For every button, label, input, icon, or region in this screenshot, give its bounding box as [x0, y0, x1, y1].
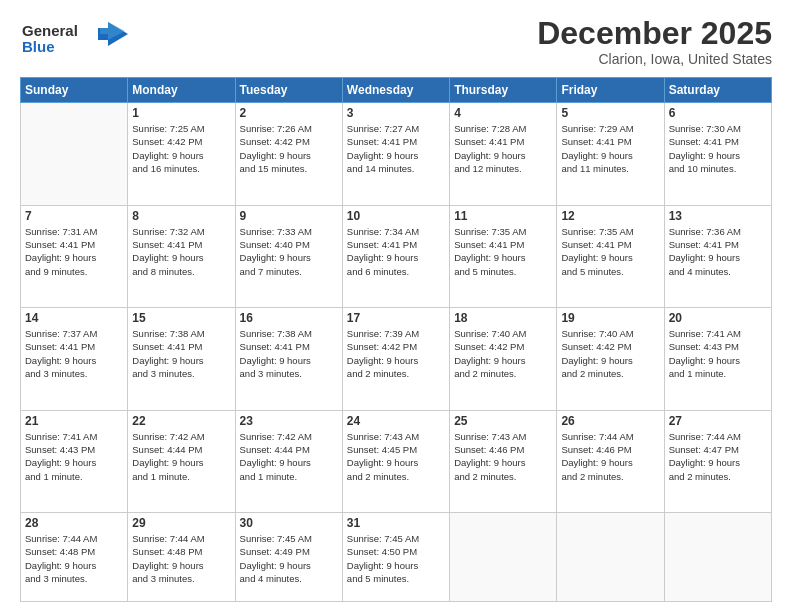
day-info: Sunrise: 7:41 AMSunset: 4:43 PMDaylight:…: [25, 430, 123, 483]
day-number: 26: [561, 414, 659, 428]
calendar-cell: 16Sunrise: 7:38 AMSunset: 4:41 PMDayligh…: [235, 308, 342, 411]
logo-icon: General Blue: [20, 16, 130, 60]
day-number: 14: [25, 311, 123, 325]
calendar-week-row: 21Sunrise: 7:41 AMSunset: 4:43 PMDayligh…: [21, 410, 772, 513]
page: General Blue December 2025 Clarion, Iowa…: [0, 0, 792, 612]
day-number: 16: [240, 311, 338, 325]
calendar-cell: 11Sunrise: 7:35 AMSunset: 4:41 PMDayligh…: [450, 205, 557, 308]
day-of-week-header: Monday: [128, 78, 235, 103]
calendar-cell: 2Sunrise: 7:26 AMSunset: 4:42 PMDaylight…: [235, 103, 342, 206]
calendar-cell: 25Sunrise: 7:43 AMSunset: 4:46 PMDayligh…: [450, 410, 557, 513]
calendar-week-row: 7Sunrise: 7:31 AMSunset: 4:41 PMDaylight…: [21, 205, 772, 308]
svg-text:Blue: Blue: [22, 38, 55, 55]
calendar-cell: 1Sunrise: 7:25 AMSunset: 4:42 PMDaylight…: [128, 103, 235, 206]
calendar-cell: 14Sunrise: 7:37 AMSunset: 4:41 PMDayligh…: [21, 308, 128, 411]
day-number: 5: [561, 106, 659, 120]
calendar-week-row: 14Sunrise: 7:37 AMSunset: 4:41 PMDayligh…: [21, 308, 772, 411]
day-number: 19: [561, 311, 659, 325]
day-info: Sunrise: 7:32 AMSunset: 4:41 PMDaylight:…: [132, 225, 230, 278]
title-block: December 2025 Clarion, Iowa, United Stat…: [537, 16, 772, 67]
day-info: Sunrise: 7:39 AMSunset: 4:42 PMDaylight:…: [347, 327, 445, 380]
calendar-cell: 31Sunrise: 7:45 AMSunset: 4:50 PMDayligh…: [342, 513, 449, 602]
day-info: Sunrise: 7:40 AMSunset: 4:42 PMDaylight:…: [454, 327, 552, 380]
calendar-cell: 19Sunrise: 7:40 AMSunset: 4:42 PMDayligh…: [557, 308, 664, 411]
day-info: Sunrise: 7:35 AMSunset: 4:41 PMDaylight:…: [454, 225, 552, 278]
day-number: 29: [132, 516, 230, 530]
day-of-week-header: Tuesday: [235, 78, 342, 103]
day-of-week-header: Friday: [557, 78, 664, 103]
day-number: 30: [240, 516, 338, 530]
day-of-week-header: Saturday: [664, 78, 771, 103]
calendar-cell: 3Sunrise: 7:27 AMSunset: 4:41 PMDaylight…: [342, 103, 449, 206]
calendar-cell: 30Sunrise: 7:45 AMSunset: 4:49 PMDayligh…: [235, 513, 342, 602]
day-info: Sunrise: 7:42 AMSunset: 4:44 PMDaylight:…: [132, 430, 230, 483]
day-number: 18: [454, 311, 552, 325]
day-number: 8: [132, 209, 230, 223]
calendar-cell: 7Sunrise: 7:31 AMSunset: 4:41 PMDaylight…: [21, 205, 128, 308]
calendar-cell: 10Sunrise: 7:34 AMSunset: 4:41 PMDayligh…: [342, 205, 449, 308]
calendar-cell: [21, 103, 128, 206]
calendar-cell: 4Sunrise: 7:28 AMSunset: 4:41 PMDaylight…: [450, 103, 557, 206]
month-title: December 2025: [537, 16, 772, 51]
calendar-cell: 18Sunrise: 7:40 AMSunset: 4:42 PMDayligh…: [450, 308, 557, 411]
calendar-cell: 26Sunrise: 7:44 AMSunset: 4:46 PMDayligh…: [557, 410, 664, 513]
day-info: Sunrise: 7:44 AMSunset: 4:48 PMDaylight:…: [132, 532, 230, 585]
day-info: Sunrise: 7:43 AMSunset: 4:45 PMDaylight:…: [347, 430, 445, 483]
day-number: 12: [561, 209, 659, 223]
day-info: Sunrise: 7:41 AMSunset: 4:43 PMDaylight:…: [669, 327, 767, 380]
day-info: Sunrise: 7:44 AMSunset: 4:46 PMDaylight:…: [561, 430, 659, 483]
day-info: Sunrise: 7:33 AMSunset: 4:40 PMDaylight:…: [240, 225, 338, 278]
day-info: Sunrise: 7:38 AMSunset: 4:41 PMDaylight:…: [132, 327, 230, 380]
day-info: Sunrise: 7:31 AMSunset: 4:41 PMDaylight:…: [25, 225, 123, 278]
day-info: Sunrise: 7:44 AMSunset: 4:48 PMDaylight:…: [25, 532, 123, 585]
calendar-cell: 12Sunrise: 7:35 AMSunset: 4:41 PMDayligh…: [557, 205, 664, 308]
day-number: 11: [454, 209, 552, 223]
calendar-cell: 5Sunrise: 7:29 AMSunset: 4:41 PMDaylight…: [557, 103, 664, 206]
calendar-cell: 17Sunrise: 7:39 AMSunset: 4:42 PMDayligh…: [342, 308, 449, 411]
location: Clarion, Iowa, United States: [537, 51, 772, 67]
day-info: Sunrise: 7:43 AMSunset: 4:46 PMDaylight:…: [454, 430, 552, 483]
calendar-cell: 9Sunrise: 7:33 AMSunset: 4:40 PMDaylight…: [235, 205, 342, 308]
day-number: 3: [347, 106, 445, 120]
calendar-cell: 28Sunrise: 7:44 AMSunset: 4:48 PMDayligh…: [21, 513, 128, 602]
day-of-week-header: Sunday: [21, 78, 128, 103]
calendar-cell: [450, 513, 557, 602]
calendar-cell: 20Sunrise: 7:41 AMSunset: 4:43 PMDayligh…: [664, 308, 771, 411]
calendar-cell: 21Sunrise: 7:41 AMSunset: 4:43 PMDayligh…: [21, 410, 128, 513]
day-info: Sunrise: 7:35 AMSunset: 4:41 PMDaylight:…: [561, 225, 659, 278]
day-number: 4: [454, 106, 552, 120]
day-number: 21: [25, 414, 123, 428]
day-number: 9: [240, 209, 338, 223]
header: General Blue December 2025 Clarion, Iowa…: [20, 16, 772, 67]
day-info: Sunrise: 7:38 AMSunset: 4:41 PMDaylight:…: [240, 327, 338, 380]
day-info: Sunrise: 7:30 AMSunset: 4:41 PMDaylight:…: [669, 122, 767, 175]
day-number: 27: [669, 414, 767, 428]
day-info: Sunrise: 7:45 AMSunset: 4:50 PMDaylight:…: [347, 532, 445, 585]
day-number: 28: [25, 516, 123, 530]
day-info: Sunrise: 7:44 AMSunset: 4:47 PMDaylight:…: [669, 430, 767, 483]
day-info: Sunrise: 7:34 AMSunset: 4:41 PMDaylight:…: [347, 225, 445, 278]
calendar-week-row: 28Sunrise: 7:44 AMSunset: 4:48 PMDayligh…: [21, 513, 772, 602]
calendar-cell: 29Sunrise: 7:44 AMSunset: 4:48 PMDayligh…: [128, 513, 235, 602]
day-info: Sunrise: 7:40 AMSunset: 4:42 PMDaylight:…: [561, 327, 659, 380]
day-number: 17: [347, 311, 445, 325]
logo: General Blue: [20, 16, 130, 64]
calendar-week-row: 1Sunrise: 7:25 AMSunset: 4:42 PMDaylight…: [21, 103, 772, 206]
day-number: 6: [669, 106, 767, 120]
day-number: 24: [347, 414, 445, 428]
day-info: Sunrise: 7:28 AMSunset: 4:41 PMDaylight:…: [454, 122, 552, 175]
day-number: 7: [25, 209, 123, 223]
calendar-cell: 15Sunrise: 7:38 AMSunset: 4:41 PMDayligh…: [128, 308, 235, 411]
calendar-cell: 27Sunrise: 7:44 AMSunset: 4:47 PMDayligh…: [664, 410, 771, 513]
day-info: Sunrise: 7:25 AMSunset: 4:42 PMDaylight:…: [132, 122, 230, 175]
calendar-cell: 22Sunrise: 7:42 AMSunset: 4:44 PMDayligh…: [128, 410, 235, 513]
day-number: 2: [240, 106, 338, 120]
calendar-cell: 23Sunrise: 7:42 AMSunset: 4:44 PMDayligh…: [235, 410, 342, 513]
calendar-cell: 8Sunrise: 7:32 AMSunset: 4:41 PMDaylight…: [128, 205, 235, 308]
day-number: 31: [347, 516, 445, 530]
day-info: Sunrise: 7:37 AMSunset: 4:41 PMDaylight:…: [25, 327, 123, 380]
day-info: Sunrise: 7:45 AMSunset: 4:49 PMDaylight:…: [240, 532, 338, 585]
day-of-week-header: Wednesday: [342, 78, 449, 103]
day-number: 23: [240, 414, 338, 428]
day-number: 22: [132, 414, 230, 428]
